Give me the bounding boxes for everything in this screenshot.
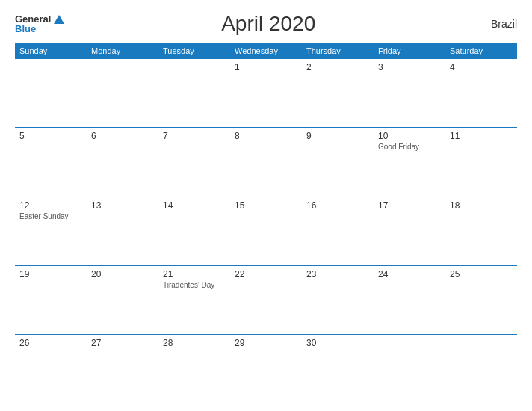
table-row: 15	[230, 197, 302, 265]
table-row	[87, 59, 158, 128]
table-row: 2	[302, 59, 374, 128]
table-row: 7	[158, 128, 230, 197]
table-row: 10Good Friday	[374, 128, 445, 197]
calendar-header-row: Sunday Monday Tuesday Wednesday Thursday…	[15, 43, 517, 59]
day-number: 13	[91, 200, 154, 211]
table-row: 11	[445, 128, 517, 197]
country-label: Brazil	[472, 18, 517, 30]
day-number: 11	[450, 131, 513, 141]
day-number: 5	[19, 131, 82, 141]
table-row	[374, 335, 445, 404]
day-number: 4	[450, 62, 513, 72]
table-row	[445, 335, 517, 404]
table-row: 13	[87, 197, 158, 265]
table-row: 21Tiradentes' Day	[158, 265, 230, 334]
table-row: 6	[87, 128, 158, 197]
day-number: 21	[163, 269, 226, 279]
day-number: 27	[91, 338, 154, 348]
table-row: 3	[374, 59, 445, 128]
day-number: 9	[306, 131, 369, 141]
calendar-week-row: 192021Tiradentes' Day22232425	[15, 265, 517, 334]
table-row: 9	[302, 128, 374, 197]
table-row	[15, 59, 87, 128]
day-number: 29	[235, 338, 297, 348]
day-number: 12	[19, 200, 82, 211]
logo: General Blue	[15, 14, 64, 34]
day-number: 16	[306, 200, 369, 211]
day-number: 23	[306, 269, 369, 279]
day-number: 26	[19, 338, 82, 348]
col-saturday: Saturday	[445, 43, 517, 59]
day-number: 22	[235, 269, 297, 279]
table-row: 1	[230, 59, 302, 128]
day-number: 6	[91, 131, 154, 141]
table-row: 16	[302, 197, 374, 265]
day-number: 24	[378, 269, 441, 279]
day-number: 30	[306, 338, 369, 348]
col-thursday: Thursday	[302, 43, 374, 59]
calendar-title: April 2020	[64, 12, 472, 36]
logo-blue-text: Blue	[15, 24, 64, 34]
col-friday: Friday	[374, 43, 445, 59]
col-sunday: Sunday	[15, 43, 87, 59]
day-number: 10	[378, 131, 441, 141]
day-number: 3	[378, 62, 441, 72]
day-number: 20	[91, 269, 154, 279]
calendar-table: Sunday Monday Tuesday Wednesday Thursday…	[15, 43, 517, 404]
col-monday: Monday	[87, 43, 158, 59]
table-row: 17	[374, 197, 445, 265]
day-number: 8	[235, 131, 297, 141]
holiday-label: Easter Sunday	[19, 212, 82, 220]
day-number: 19	[19, 269, 82, 279]
table-row: 18	[445, 197, 517, 265]
table-row: 28	[158, 335, 230, 404]
table-row: 26	[15, 335, 87, 404]
table-row: 30	[302, 335, 374, 404]
day-number: 7	[163, 131, 226, 141]
table-row: 29	[230, 335, 302, 404]
day-number: 28	[163, 338, 226, 348]
day-number: 14	[163, 200, 226, 211]
calendar-week-row: 5678910Good Friday11	[15, 128, 517, 197]
table-row: 4	[445, 59, 517, 128]
calendar-week-row: 2627282930	[15, 335, 517, 404]
day-number: 2	[306, 62, 369, 72]
col-tuesday: Tuesday	[158, 43, 230, 59]
day-number: 25	[450, 269, 513, 279]
col-wednesday: Wednesday	[230, 43, 302, 59]
calendar-week-row: 12Easter Sunday131415161718	[15, 197, 517, 265]
day-number: 18	[450, 200, 513, 211]
day-number: 17	[378, 200, 441, 211]
table-row: 23	[302, 265, 374, 334]
day-number: 15	[235, 200, 297, 211]
logo-triangle-icon	[54, 15, 64, 24]
header: General Blue April 2020 Brazil	[15, 12, 517, 36]
table-row: 22	[230, 265, 302, 334]
table-row: 8	[230, 128, 302, 197]
holiday-label: Good Friday	[378, 143, 441, 151]
table-row: 20	[87, 265, 158, 334]
table-row	[158, 59, 230, 128]
holiday-label: Tiradentes' Day	[163, 281, 226, 289]
table-row: 24	[374, 265, 445, 334]
table-row: 5	[15, 128, 87, 197]
table-row: 27	[87, 335, 158, 404]
table-row: 12Easter Sunday	[15, 197, 87, 265]
table-row: 25	[445, 265, 517, 334]
table-row: 14	[158, 197, 230, 265]
table-row: 19	[15, 265, 87, 334]
day-number: 1	[235, 62, 297, 72]
calendar-page: General Blue April 2020 Brazil Sunday Mo…	[0, 0, 532, 411]
calendar-week-row: 1234	[15, 59, 517, 128]
